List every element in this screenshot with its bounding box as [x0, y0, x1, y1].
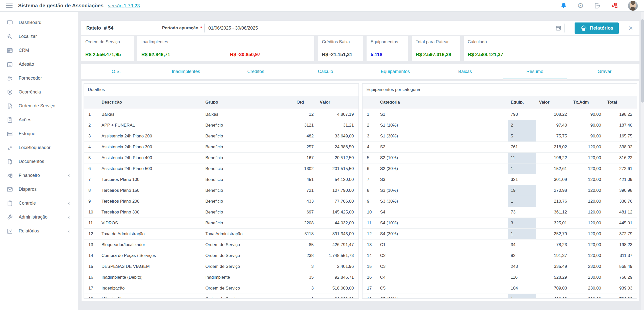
- table-row[interactable]: 12Taxa de AdministraçãoTaxa Administraçã…: [84, 229, 358, 240]
- sidebar-item-financeiro[interactable]: Financeiro: [0, 169, 78, 182]
- people-icon: [7, 75, 13, 82]
- table-row[interactable]: 3Assistencia 24h Plano 200Beneficio48233…: [84, 131, 358, 142]
- table-row[interactable]: 14C282191,37120,00311,37: [363, 250, 637, 261]
- table-row[interactable]: 3S1 (30%)575,7590,00165,75: [363, 131, 637, 142]
- table-row[interactable]: 17IndenizaçãoOrdem de Serviço3518.000,00: [84, 283, 358, 294]
- reports-button[interactable]: Relatórios: [575, 22, 619, 34]
- table-row[interactable]: 2APP + FUNERALBeneficio312131,21: [84, 120, 358, 131]
- table-cell: 330,76: [604, 199, 637, 204]
- table-row[interactable]: 6Assistencia 24h Plano 500Beneficio13022…: [84, 163, 358, 174]
- table-row[interactable]: 18Mão de ObraOrdem de Serviço126.020,00: [84, 294, 358, 298]
- tab-equipamentos[interactable]: Equipamentos: [360, 64, 430, 79]
- table-row[interactable]: 5S2 (10%)11196,22120,00316,22: [363, 153, 637, 163]
- table-row[interactable]: 10Terceiros Plano 300Beneficio697145.425…: [84, 207, 358, 218]
- table-row[interactable]: 14Compra de Peças / ServiçosOrdem de Ser…: [84, 250, 358, 261]
- sidebar-item-dashboard[interactable]: DashBoard: [0, 16, 78, 30]
- clipboard-icon: [7, 200, 13, 207]
- table-row[interactable]: 12S4 (30%)1252,79120,00372,79: [363, 229, 637, 240]
- table-row[interactable]: 6S2 (30%)1152,61120,00272,61: [363, 163, 637, 174]
- table-row[interactable]: 4S2761218,02120,00338,02: [363, 142, 637, 153]
- table-cell: Bloqueador/localizador: [98, 242, 202, 247]
- tab-calculo[interactable]: Cálculo: [291, 64, 360, 79]
- table-row[interactable]: 16Inadimplente (Débito)Inadimplente3592.…: [84, 272, 358, 283]
- table-cell: 1: [508, 294, 536, 298]
- summary-card-label: Calculado: [464, 36, 639, 48]
- sidebar-item-administracao[interactable]: Administração: [0, 210, 78, 224]
- calendar-icon[interactable]: [555, 25, 561, 31]
- sidebar-item-estoque[interactable]: Estoque: [0, 127, 78, 141]
- scrollbar-thumb[interactable]: [641, 19, 644, 103]
- sidebar-item-label: Localizar: [19, 34, 37, 39]
- sidebar-item-documentos[interactable]: Documentos: [0, 155, 78, 169]
- tab-os[interactable]: O.S.: [81, 64, 151, 79]
- network-status-icon[interactable]: [611, 2, 618, 9]
- notifications-bell-icon[interactable]: [560, 2, 567, 9]
- sidebar-item-loc-bloqueador[interactable]: Loc/Bloqueador: [0, 141, 78, 155]
- table-row[interactable]: 4Assistencia 24h Plano 300Beneficio25724…: [84, 142, 358, 153]
- table-cell: 4: [84, 145, 98, 150]
- sidebar-item-controle[interactable]: Controle: [0, 196, 78, 210]
- hamburger-menu-icon[interactable]: [6, 4, 13, 8]
- sidebar-item-fornecedor[interactable]: Fornecedor: [0, 71, 78, 85]
- close-icon[interactable]: ×: [628, 24, 633, 32]
- table-cell: 18: [84, 297, 98, 298]
- column-header: Tx.Adm: [570, 100, 604, 105]
- table-cell: S2 (10%): [377, 155, 508, 160]
- table-row[interactable]: 13Bloqueador/localizadorOrdem de Serviço…: [84, 240, 358, 250]
- table-row[interactable]: 1S1793108,2290,00198,22: [363, 109, 637, 120]
- sidebar-item-adesao[interactable]: Adesão: [0, 57, 78, 71]
- tab-gravar[interactable]: Gravar: [570, 64, 639, 79]
- table-cell: 92.846,71: [317, 275, 358, 280]
- tab-creditos[interactable]: Créditos: [221, 64, 291, 79]
- sidebar-item-relatorios[interactable]: Relatórios: [0, 224, 78, 238]
- settings-gear-icon[interactable]: ⚙: [577, 2, 584, 9]
- tab-resumo[interactable]: Resumo: [500, 64, 570, 79]
- tab-baixas[interactable]: Baixas: [430, 64, 500, 79]
- table-cell: Inadimplente: [202, 275, 294, 280]
- table-cell: Terceiros Plano 150: [98, 188, 202, 193]
- table-row[interactable]: 5Assistencia 24h Plano 400Beneficio16720…: [84, 153, 358, 163]
- table-row[interactable]: 2S1 (10%)297,4090,00187,40: [363, 120, 637, 131]
- table-row[interactable]: 7Terceiros Plano 100Beneficio45154.120,0…: [84, 174, 358, 185]
- sidebar-item-crm[interactable]: CRM: [0, 43, 78, 57]
- logout-icon[interactable]: [594, 2, 601, 9]
- table-cell: 8: [363, 188, 377, 193]
- sidebar-item-disparos[interactable]: Disparos: [0, 182, 78, 196]
- sidebar-item-ocorrencia[interactable]: Ocorrência: [0, 85, 78, 99]
- table-cell: 2: [363, 123, 377, 128]
- user-avatar[interactable]: [628, 1, 638, 11]
- table-row[interactable]: 18C5 (30%)1496,32230,00726,32: [363, 294, 637, 298]
- sidebar-item-localizar[interactable]: Localizar: [0, 30, 78, 43]
- table-row[interactable]: 15C3243335,49230,00565,49: [363, 261, 637, 272]
- tab-inadimplentes[interactable]: Inadimplentes: [151, 64, 221, 79]
- table-cell: 230,00: [570, 286, 604, 291]
- table-row[interactable]: 11S4 (10%)3325,01120,00445,01: [363, 218, 637, 229]
- table-row[interactable]: 17C5104709,03230,00939,03: [363, 283, 637, 294]
- vertical-scrollbar: [641, 12, 644, 310]
- version-link[interactable]: versão 1.79.23: [108, 3, 140, 9]
- chevron-left-icon: [67, 201, 71, 205]
- table-cell: 4: [363, 145, 377, 150]
- table-cell: Beneficio: [202, 177, 294, 182]
- table-row[interactable]: 9S3 (30%)1210,76120,00330,76: [363, 196, 637, 207]
- period-input[interactable]: [204, 23, 564, 33]
- table-row[interactable]: 11VIDROSBeneficio220844.032,00: [84, 218, 358, 229]
- table-cell: 120,00: [570, 188, 604, 193]
- table-cell: 120,00: [570, 155, 604, 160]
- sidebar-item-acoes[interactable]: Ações: [0, 113, 78, 127]
- table-cell: 361,12: [536, 210, 570, 215]
- document-search-icon: [7, 103, 13, 109]
- table-row[interactable]: 1BaixasBaixas124.807,19: [84, 109, 358, 120]
- table-row[interactable]: 13C13478,23120,00198,23: [363, 240, 637, 250]
- rateio-toolbar: Rateio # 54 Período apuração *: [81, 21, 639, 35]
- table-cell: 335,49: [536, 264, 570, 269]
- table-row[interactable]: 8S3 (10%)19270,98120,00390,98: [363, 185, 637, 196]
- table-row[interactable]: 10S473361,12120,00481,12: [363, 207, 637, 218]
- table-row[interactable]: 8Terceiros Plano 150Beneficio721107.790,…: [84, 185, 358, 196]
- table-row[interactable]: 7S3321301,09120,00421,09: [363, 174, 637, 185]
- table-row[interactable]: 15DESPESAS DE VIAGEMOrdem de Serviço32.4…: [84, 261, 358, 272]
- table-row[interactable]: 16C4116528,29230,00758,29: [363, 272, 637, 283]
- sidebar-item-ordem-de-servico[interactable]: Ordem de Serviço: [0, 99, 78, 113]
- table-row[interactable]: 9Terceiros Plano 200Beneficio43377.706,0…: [84, 196, 358, 207]
- table-cell: 31,21: [317, 123, 358, 128]
